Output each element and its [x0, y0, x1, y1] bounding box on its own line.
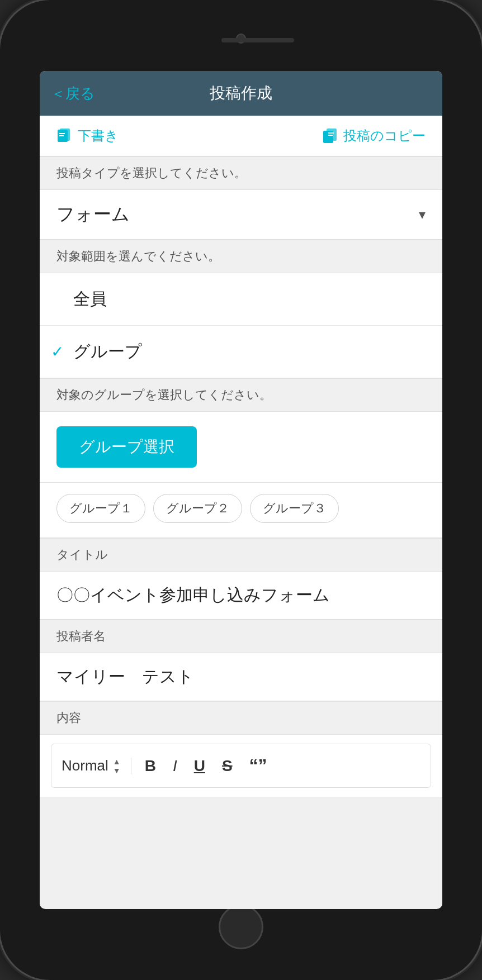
author-section-label: 投稿者名 [40, 620, 442, 653]
header: ＜戻る 投稿作成 [40, 71, 442, 116]
italic-button[interactable]: I [169, 755, 181, 777]
copy-label: 投稿のコピー [343, 127, 426, 145]
svg-rect-1 [60, 129, 70, 141]
quote-button[interactable]: “” [246, 753, 271, 778]
svg-rect-2 [59, 133, 65, 134]
bold-button[interactable]: B [141, 755, 159, 777]
post-type-label: 投稿タイプを選択してください。 [40, 156, 442, 190]
action-bar: 下書き 投稿のコピー [40, 116, 442, 156]
draft-button[interactable]: 下書き [56, 127, 119, 145]
back-button[interactable]: ＜戻る [51, 84, 95, 103]
audience-group-label: グループ [73, 340, 142, 363]
page-title: 投稿作成 [210, 83, 272, 104]
editor-section: Normal ▲ ▼ B I U S “” [40, 735, 442, 797]
group-select-section: グループ選択 [40, 412, 442, 483]
audience-section-label: 対象範囲を選んでください。 [40, 240, 442, 273]
strikethrough-button[interactable]: S [219, 755, 236, 777]
check-icon: ✓ [51, 342, 64, 361]
group-tag-2[interactable]: グループ２ [153, 494, 242, 523]
home-button[interactable] [219, 905, 263, 949]
screen: ＜戻る 投稿作成 下書き [40, 71, 442, 909]
copy-icon [322, 127, 339, 144]
copy-button[interactable]: 投稿のコピー [322, 127, 426, 145]
title-section-label: タイトル [40, 538, 442, 572]
draft-label: 下書き [78, 127, 119, 145]
group-select-label: 対象のグループを選択してください。 [40, 378, 442, 412]
draft-icon [56, 127, 73, 144]
author-value[interactable]: マイリー テスト [40, 653, 442, 701]
svg-rect-3 [59, 135, 64, 136]
svg-rect-7 [328, 135, 333, 136]
style-selector-value: Normal [62, 757, 108, 774]
content-section-label: 内容 [40, 701, 442, 735]
speaker [221, 38, 294, 42]
post-type-selector[interactable]: フォーム ▾ [40, 190, 442, 240]
audience-all-label: 全員 [73, 288, 107, 311]
style-selector-arrows: ▲ ▼ [113, 758, 121, 774]
group-tag-1[interactable]: グループ１ [56, 494, 145, 523]
audience-option-group[interactable]: ✓ グループ [40, 326, 442, 378]
group-tag-3[interactable]: グループ３ [250, 494, 339, 523]
toolbar-divider [131, 758, 131, 774]
group-tags: グループ１ グループ２ グループ３ [40, 483, 442, 538]
content-area: 下書き 投稿のコピー 投稿タイプを選択してください。 [40, 116, 442, 797]
post-type-value: フォーム [56, 202, 419, 227]
audience-option-all[interactable]: 全員 [40, 273, 442, 326]
dropdown-arrow-icon: ▾ [419, 207, 426, 222]
title-value[interactable]: 〇〇イベント参加申し込みフォーム [40, 572, 442, 620]
editor-toolbar: Normal ▲ ▼ B I U S “” [51, 744, 431, 788]
underline-button[interactable]: U [191, 755, 209, 777]
phone-frame: ＜戻る 投稿作成 下書き [0, 0, 482, 980]
style-selector[interactable]: Normal ▲ ▼ [62, 757, 121, 774]
svg-rect-6 [328, 132, 334, 134]
group-select-button[interactable]: グループ選択 [56, 426, 197, 468]
